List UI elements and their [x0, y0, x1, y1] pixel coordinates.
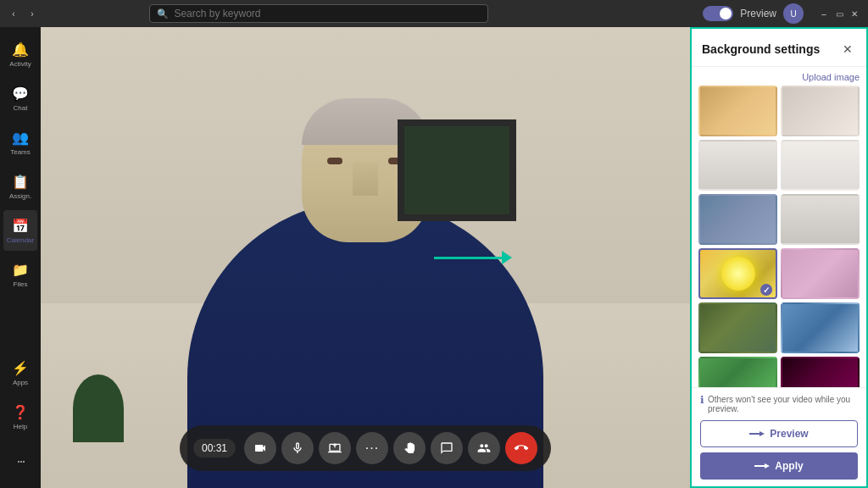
call-controls: 00:31 ···: [180, 425, 551, 471]
user-avatar[interactable]: U: [783, 3, 804, 24]
title-bar: ‹ › 🔍 Preview U – ▭ ✕: [0, 0, 868, 27]
sidebar-label-files: Files: [14, 280, 28, 288]
ellipsis-icon: ···: [365, 441, 379, 456]
background-thumb-1[interactable]: [698, 86, 777, 136]
search-input[interactable]: [174, 8, 481, 19]
ellipsis-icon: ···: [16, 452, 24, 470]
arrow-head: [502, 251, 512, 264]
background-thumb-2[interactable]: [781, 86, 860, 136]
room-plant: [73, 374, 124, 442]
sidebar-item-more[interactable]: ···: [3, 441, 37, 481]
footer-note-text: Others won't see your video while you pr…: [708, 395, 858, 413]
call-timer: 00:31: [193, 439, 236, 458]
search-icon: 🔍: [157, 8, 169, 19]
background-thumb-5[interactable]: [698, 194, 777, 245]
sidebar-label-help: Help: [14, 423, 27, 430]
background-thumb-10[interactable]: [781, 302, 860, 353]
sidebar-item-files[interactable]: 📁 Files: [3, 254, 37, 295]
camera-button[interactable]: [244, 432, 276, 464]
more-options-button[interactable]: ···: [356, 432, 388, 464]
share-screen-button[interactable]: [319, 432, 351, 464]
background-thumb-8[interactable]: [781, 248, 860, 299]
apply-button[interactable]: Apply: [700, 452, 858, 480]
svg-marker-1: [760, 431, 765, 436]
search-bar[interactable]: 🔍: [149, 4, 488, 23]
svg-marker-3: [765, 463, 770, 469]
preview-label: Preview: [740, 8, 776, 19]
preview-btn-label: Preview: [770, 428, 808, 440]
upload-image-button[interactable]: Upload image: [692, 67, 866, 86]
panel-header: Background settings ✕: [692, 29, 866, 67]
background-grid: [692, 86, 866, 387]
person-neck: [353, 162, 378, 196]
teams-icon: 👥: [12, 130, 29, 146]
panel-title: Background settings: [702, 42, 820, 56]
sidebar-item-apps[interactable]: ⚡ Apps: [3, 352, 37, 393]
microphone-button[interactable]: [281, 432, 314, 464]
info-icon: ℹ: [700, 394, 704, 406]
sidebar-item-calendar[interactable]: 📅 Calendar: [3, 210, 37, 251]
sidebar-label-activity: Activity: [9, 60, 31, 68]
background-thumb-12[interactable]: [781, 357, 860, 387]
person-left-eye: [327, 158, 342, 164]
window-controls: ‹ ›: [7, 7, 39, 20]
files-icon: 📁: [12, 262, 29, 278]
preview-toggle: Preview: [703, 6, 776, 21]
sidebar-label-calendar: Calendar: [7, 236, 34, 244]
forward-button[interactable]: ›: [25, 7, 39, 20]
back-button[interactable]: ‹: [7, 7, 20, 20]
sidebar-label-assignments: Assign.: [9, 192, 31, 200]
background-thumb-9[interactable]: [698, 302, 777, 353]
apps-icon: ⚡: [12, 360, 29, 376]
video-person-container: [41, 27, 690, 488]
room-picture-frame: [398, 119, 516, 221]
main-content: 🔔 Activity 💬 Chat 👥 Teams 📋 Assign. 📅 Ca…: [0, 27, 868, 488]
close-window-button[interactable]: ✕: [848, 7, 861, 20]
sidebar-label-apps: Apps: [13, 379, 28, 386]
background-thumb-7[interactable]: [698, 248, 777, 299]
sidebar-label-chat: Chat: [14, 104, 28, 112]
sidebar-label-teams: Teams: [10, 148, 31, 156]
arrow-line: [434, 257, 502, 259]
sidebar-item-help[interactable]: ❓ Help: [3, 396, 37, 437]
chat-icon: 💬: [12, 86, 29, 102]
assignments-icon: 📋: [12, 174, 29, 190]
apply-btn-label: Apply: [775, 460, 803, 472]
end-call-button[interactable]: [505, 432, 537, 464]
help-icon: ❓: [12, 404, 29, 420]
preview-toggle-switch[interactable]: [703, 6, 733, 21]
preview-button[interactable]: Preview: [700, 420, 858, 447]
sidebar-item-teams[interactable]: 👥 Teams: [3, 122, 37, 163]
panel-close-button[interactable]: ✕: [839, 41, 856, 58]
chat-button[interactable]: [431, 432, 463, 464]
sidebar-item-assignments[interactable]: 📋 Assign.: [3, 166, 37, 207]
video-area: 00:31 ···: [41, 27, 690, 488]
background-settings-panel: Background settings ✕ Upload image: [690, 27, 868, 488]
sidebar: 🔔 Activity 💬 Chat 👥 Teams 📋 Assign. 📅 Ca…: [0, 27, 41, 488]
activity-icon: 🔔: [12, 42, 29, 58]
panel-footer: ℹ Others won't see your video while you …: [692, 387, 866, 486]
background-thumb-11[interactable]: [698, 357, 777, 387]
footer-note: ℹ Others won't see your video while you …: [700, 395, 858, 413]
background-thumb-6[interactable]: [781, 194, 860, 245]
sidebar-item-chat[interactable]: 💬 Chat: [3, 78, 37, 119]
arrow-annotation: [434, 251, 512, 264]
background-thumb-3[interactable]: [698, 140, 777, 191]
calendar-icon: 📅: [12, 218, 29, 234]
background-thumb-4[interactable]: [781, 140, 860, 191]
minimize-button[interactable]: –: [817, 7, 831, 20]
raise-hand-button[interactable]: [393, 432, 426, 464]
sidebar-item-activity[interactable]: 🔔 Activity: [3, 34, 37, 75]
participants-button[interactable]: [468, 432, 500, 464]
restore-button[interactable]: ▭: [832, 7, 846, 20]
